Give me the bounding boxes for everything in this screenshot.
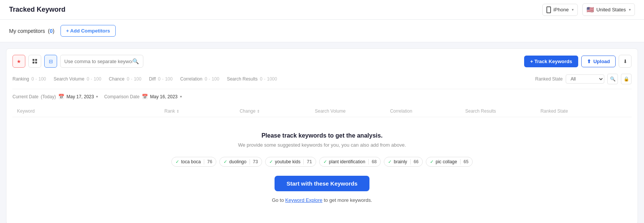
search-results-label: Search Results	[227, 76, 258, 82]
keyword-chip[interactable]: ✓youtube kids71	[265, 157, 316, 167]
lock-ranked-button[interactable]: 🔒	[621, 74, 632, 84]
search-volume-range: 0 - 100	[87, 76, 101, 82]
check-icon: ✓	[269, 159, 273, 164]
country-selector[interactable]: 🇺🇸 United States ▾	[582, 3, 635, 16]
header: Tracked Keyword iPhone ▾ 🇺🇸 United State…	[0, 0, 644, 20]
keyword-explore-link[interactable]: Keyword Explore	[285, 197, 322, 203]
current-date-label: Current Date	[12, 94, 39, 99]
advanced-filter-button[interactable]: ⊟	[44, 55, 57, 68]
start-with-keywords-button[interactable]: Start with these Keywords	[275, 176, 370, 191]
table-header: Keyword Rank ⇕ Change ⇕ Search Volume Co…	[12, 105, 632, 117]
correlation-filter: Correlation 0 - 100	[180, 76, 219, 82]
current-date-value: May 17, 2023	[67, 94, 94, 99]
chance-label: Chance	[109, 76, 124, 82]
chance-filter: Chance 0 - 100	[109, 76, 141, 82]
diff-label: Diff	[149, 76, 156, 82]
search-results-range: 0 - 1000	[260, 76, 277, 82]
keyword-chip[interactable]: ✓brainly66	[384, 157, 423, 167]
correlation-label: Correlation	[180, 76, 202, 82]
keyword-chip[interactable]: ✓duolingo73	[219, 157, 262, 167]
lock-icon: 🔒	[624, 76, 629, 82]
competitors-bar: My competitors (0) + Add Competitors	[0, 20, 644, 42]
search-volume-label: Search Volume	[54, 76, 84, 82]
keyword-chip[interactable]: ✓plant identification68	[319, 157, 381, 167]
col-search-volume: Search Volume	[315, 108, 387, 114]
search-sm-icon: 🔍	[610, 76, 616, 82]
check-icon: ✓	[388, 159, 392, 164]
current-date-sub: (Today)	[41, 94, 56, 99]
add-competitors-button[interactable]: + Add Competitors	[61, 25, 116, 37]
device-chevron-icon: ▾	[572, 8, 574, 12]
col-change: Change ⇕	[240, 108, 312, 114]
calendar-icon-comparison: 📅	[142, 94, 148, 99]
col-keyword: Keyword	[17, 108, 161, 114]
download-button[interactable]: ⬇	[619, 55, 632, 68]
explore-section: Go to Keyword Explore to get more keywor…	[272, 197, 372, 203]
grid-icon	[33, 59, 37, 63]
toolbar: ★ ⊟ 🔍 + T	[12, 55, 632, 68]
main-content: ★ ⊟ 🔍 + T	[6, 48, 638, 223]
diff-range: 0 - 100	[158, 76, 173, 82]
check-icon: ✓	[430, 159, 434, 164]
empty-title: Please track keywords to get the analysi…	[261, 132, 382, 139]
device-label: iPhone	[553, 7, 568, 12]
col-ranked-state: Ranked State	[540, 108, 613, 114]
ranked-state-group: Ranked State All Ranked Not Ranked 🔍 🔒	[535, 74, 632, 84]
header-controls: iPhone ▾ 🇺🇸 United States ▾	[542, 3, 635, 16]
toolbar-left: ★ ⊟ 🔍	[12, 55, 143, 68]
diff-filter: Diff 0 - 100	[149, 76, 173, 82]
phone-icon	[546, 6, 551, 13]
date-row: Current Date (Today) 📅 May 17, 2023 ▾ Co…	[12, 94, 632, 99]
col-rank: Rank ⇕	[164, 108, 237, 114]
suggested-keywords-list: ✓toca boca76✓duolingo73✓youtube kids71✓p…	[171, 157, 473, 167]
keyword-chip[interactable]: ✓toca boca76	[171, 157, 216, 167]
country-label: United States	[596, 7, 626, 12]
competitors-count: 0	[50, 28, 53, 34]
filters-row: Ranking 0 - 100 Search Volume 0 - 100 Ch…	[12, 74, 632, 89]
search-icon: 🔍	[132, 58, 139, 64]
track-keywords-button[interactable]: + Track Keywords	[524, 56, 578, 67]
star-filter-button[interactable]: ★	[12, 55, 25, 68]
grid-filter-button[interactable]	[28, 55, 41, 68]
upload-icon: ⬆	[587, 59, 591, 64]
star-icon: ★	[17, 59, 21, 64]
col-search-results: Search Results	[465, 108, 537, 114]
current-date-selector[interactable]: Current Date (Today) 📅 May 17, 2023 ▾	[12, 94, 98, 99]
current-date-chevron-icon: ▾	[96, 94, 98, 99]
col-correlation: Correlation	[390, 108, 462, 114]
ranked-state-select[interactable]: All Ranked Not Ranked	[566, 74, 604, 84]
download-icon: ⬇	[623, 59, 627, 64]
correlation-range: 0 - 100	[205, 76, 219, 82]
search-ranked-button[interactable]: 🔍	[607, 74, 618, 84]
ranked-state-label: Ranked State	[535, 76, 563, 82]
search-results-filter: Search Results 0 - 1000	[227, 76, 277, 82]
device-selector[interactable]: iPhone ▾	[542, 4, 577, 16]
comparison-date-selector[interactable]: Comparison Date 📅 May 16, 2023 ▾	[104, 94, 182, 99]
comparison-date-label: Comparison Date	[104, 94, 139, 99]
keyword-search-input[interactable]	[64, 59, 132, 64]
calendar-icon-current: 📅	[58, 94, 64, 99]
empty-state: Please track keywords to get the analysi…	[12, 117, 632, 218]
empty-subtitle: We provide some suggested keywords for y…	[238, 142, 406, 148]
check-icon: ✓	[223, 159, 227, 164]
flag-icon: 🇺🇸	[587, 6, 594, 13]
ranking-filter: Ranking 0 - 100	[12, 76, 46, 82]
page-title: Tracked Keyword	[9, 6, 65, 14]
search-volume-filter: Search Volume 0 - 100	[54, 76, 101, 82]
check-icon: ✓	[175, 159, 179, 164]
keyword-chip[interactable]: ✓pic collage65	[426, 157, 473, 167]
country-chevron-icon: ▾	[629, 8, 631, 12]
check-icon: ✓	[323, 159, 327, 164]
comparison-date-chevron-icon: ▾	[180, 94, 182, 99]
competitors-label: My competitors (0)	[9, 28, 54, 34]
filter-icon: ⊟	[49, 59, 53, 64]
ranking-label: Ranking	[12, 76, 29, 82]
ranking-range: 0 - 100	[31, 76, 46, 82]
keyword-search-wrap: 🔍	[60, 55, 143, 68]
toolbar-right: + Track Keywords ⬆ Upload ⬇	[524, 55, 632, 68]
chance-range: 0 - 100	[127, 76, 141, 82]
col-actions	[616, 108, 627, 114]
upload-button[interactable]: ⬆ Upload	[581, 56, 616, 67]
comparison-date-value: May 16, 2023	[150, 94, 178, 99]
